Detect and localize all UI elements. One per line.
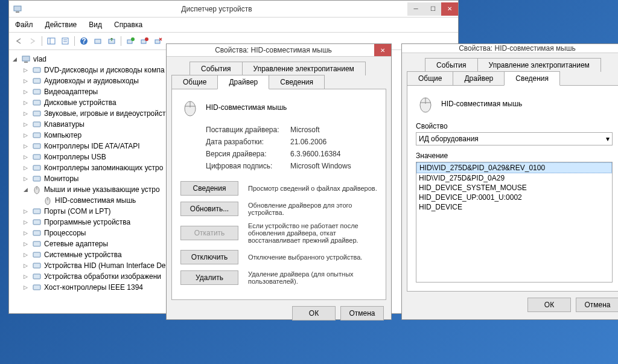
uninstall-driver-button[interactable]: Удалить [180,270,238,285]
properties-icon[interactable] [59,35,71,47]
svg-rect-20 [33,68,40,72]
expand-icon[interactable]: ▷ [24,154,31,160]
device-category-icon [32,283,42,292]
cancel-button[interactable]: Отмена [576,298,618,312]
expand-icon[interactable]: ▷ [24,208,31,214]
list-item[interactable]: HID\VID_275D&PID_0A29 [416,173,612,183]
svg-rect-25 [33,122,40,127]
date-label: Дата разработки: [206,138,290,146]
menu-action[interactable]: Действие [39,19,83,31]
expand-icon[interactable]: ▷ [24,100,31,106]
expand-icon[interactable]: ▷ [24,132,31,138]
disable-device-button[interactable]: Отключить [180,250,238,264]
minimize-button[interactable]: ─ [407,2,424,16]
forward-icon[interactable] [27,35,39,47]
category-label: Контроллеры USB [44,153,106,161]
category-label: Мониторы [44,174,78,183]
hardware-ids-listbox[interactable]: HID\VID_275D&PID_0A29&REV_0100HID\VID_27… [416,162,613,283]
enable-icon[interactable] [124,35,136,47]
expand-icon[interactable]: ▷ [24,176,31,182]
list-item[interactable]: HID_DEVICE_UP:0001_U:0002 [416,193,612,202]
back-icon[interactable] [13,35,25,47]
disable-icon[interactable] [138,35,150,47]
menu-view[interactable]: Вид [83,19,108,31]
svg-rect-9 [95,39,101,43]
list-item[interactable]: HID\VID_275D&PID_0A29&REV_0100 [416,162,612,173]
expand-icon[interactable]: ▷ [24,89,31,95]
expand-icon[interactable]: ▷ [24,121,31,127]
device-category-icon [32,152,42,162]
svg-rect-40 [33,263,40,268]
svg-point-12 [131,37,135,41]
tab-details[interactable]: Сведения [269,75,325,89]
expand-icon[interactable]: ▷ [24,252,31,258]
tab-events[interactable]: События [190,62,243,75]
expand-icon[interactable]: ▷ [24,273,31,279]
device-category-icon [32,98,42,107]
menu-help[interactable]: Справка [108,19,148,31]
list-item[interactable]: HID_DEVICE [416,202,612,212]
expand-icon[interactable]: ▷ [24,241,31,247]
window-title: Диспетчер устройств [26,5,407,13]
category-label: Сетевые адаптеры [44,240,108,248]
rollback-driver-button[interactable]: Откатить [180,226,238,240]
expand-icon[interactable]: ▷ [24,67,31,73]
device-category-icon [32,174,42,184]
tab-details[interactable]: Сведения [504,71,560,86]
tab-driver[interactable]: Драйвер [453,71,505,85]
ok-button[interactable]: ОК [527,298,571,312]
category-label: Звуковые, игровые и видеоустройст [44,109,165,118]
update-driver-button[interactable]: Обновить... [180,202,238,216]
tab-general[interactable]: Общие [407,71,453,85]
expand-icon[interactable]: ▷ [24,230,31,236]
update-driver-icon[interactable] [106,35,118,47]
expand-icon[interactable]: ▷ [24,143,31,149]
tab-power[interactable]: Управление электропитанием [242,62,366,75]
ok-button[interactable]: ОК [292,306,336,321]
show-hide-tree-icon[interactable] [45,35,57,47]
device-category-icon [32,120,42,129]
expand-icon[interactable]: ▷ [24,284,31,290]
uninstall-icon[interactable] [152,35,164,47]
tab-strip: События Управление электропитанием Общие… [407,58,618,292]
property-combo[interactable]: ИД оборудования ▾ [416,132,613,145]
close-button[interactable]: ✕ [441,2,458,16]
category-label: Устройства HID (Human Interface De [44,261,166,270]
category-label: Дисковые устройства [44,98,116,107]
menu-file[interactable]: Файл [9,19,39,31]
category-label: Порты (COM и LPT) [44,207,111,216]
expand-icon[interactable]: ▷ [24,165,31,171]
device-category-icon [32,250,42,260]
expand-icon[interactable]: ▷ [24,219,31,225]
mouse-icon [180,98,200,117]
device-name: HID-совместимая мышь [441,100,522,108]
vendor-value: Microsoft [290,126,320,134]
dialog-title: Свойства: HID-совместимая мышь [408,44,618,53]
expand-icon[interactable]: ▷ [24,110,31,117]
maximize-button[interactable]: ☐ [424,2,441,16]
tab-power[interactable]: Управление электропитанием [477,58,601,72]
driver-details-button[interactable]: Сведения [180,181,238,196]
tab-general[interactable]: Общие [171,75,218,89]
driver-details-desc: Просмотр сведений о файлах драйверов. [248,185,377,192]
collapse-icon[interactable]: ◢ [13,56,20,62]
category-label: Контроллеры запоминающих устро [44,164,163,172]
dialog-titlebar: Свойства: HID-совместимая мышь [402,44,618,53]
collapse-icon[interactable]: ◢ [24,187,31,193]
help-icon[interactable]: ? [78,35,90,47]
signature-label: Цифровая подпись: [206,162,290,170]
close-button[interactable]: ✕ [374,44,391,56]
properties-dialog-details: Свойства: HID-совместимая мышь События У… [401,43,618,320]
svg-rect-18 [22,56,30,61]
expand-icon[interactable]: ▷ [24,263,31,269]
category-label: Процессоры [44,229,86,237]
tab-driver[interactable]: Драйвер [217,75,269,89]
cancel-button[interactable]: Отмена [340,306,384,321]
list-item[interactable]: HID_DEVICE_SYSTEM_MOUSE [416,183,612,193]
category-label: Программные устройства [44,218,130,226]
svg-rect-30 [33,176,40,181]
tab-events[interactable]: События [425,58,478,72]
expand-icon[interactable]: ▷ [24,78,31,84]
scan-hardware-icon[interactable] [92,35,104,47]
device-name: HID-совместимая мышь [206,103,287,112]
